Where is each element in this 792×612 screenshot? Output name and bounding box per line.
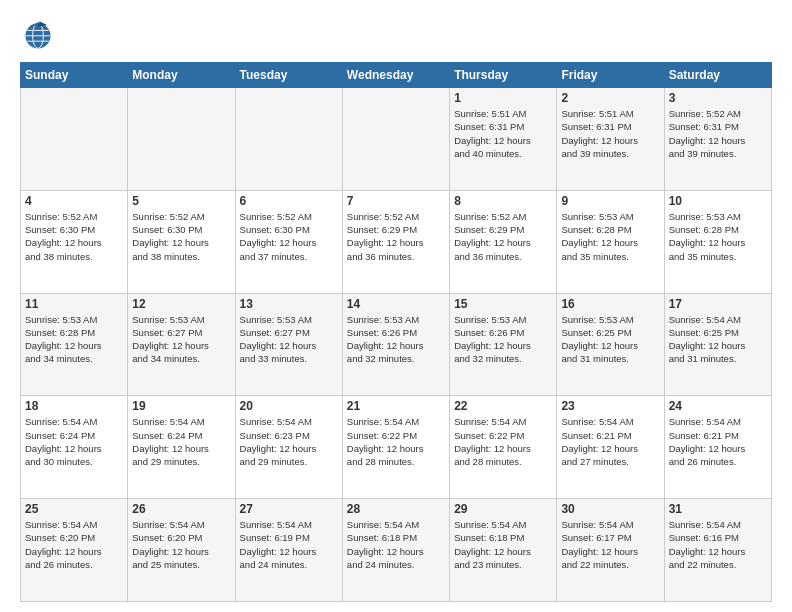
day-number: 1: [454, 91, 552, 105]
calendar-cell: 12Sunrise: 5:53 AM Sunset: 6:27 PM Dayli…: [128, 293, 235, 396]
day-info: Sunrise: 5:53 AM Sunset: 6:28 PM Dayligh…: [25, 313, 123, 366]
day-header-tuesday: Tuesday: [235, 63, 342, 88]
day-header-sunday: Sunday: [21, 63, 128, 88]
calendar-cell: 3Sunrise: 5:52 AM Sunset: 6:31 PM Daylig…: [664, 88, 771, 191]
day-number: 14: [347, 297, 445, 311]
calendar-cell: [342, 88, 449, 191]
day-number: 23: [561, 399, 659, 413]
calendar-cell: 7Sunrise: 5:52 AM Sunset: 6:29 PM Daylig…: [342, 190, 449, 293]
logo-icon: [20, 16, 56, 52]
calendar-cell: 6Sunrise: 5:52 AM Sunset: 6:30 PM Daylig…: [235, 190, 342, 293]
day-number: 12: [132, 297, 230, 311]
calendar-cell: 1Sunrise: 5:51 AM Sunset: 6:31 PM Daylig…: [450, 88, 557, 191]
calendar-cell: 13Sunrise: 5:53 AM Sunset: 6:27 PM Dayli…: [235, 293, 342, 396]
day-info: Sunrise: 5:53 AM Sunset: 6:27 PM Dayligh…: [132, 313, 230, 366]
day-info: Sunrise: 5:52 AM Sunset: 6:31 PM Dayligh…: [669, 107, 767, 160]
calendar-cell: 30Sunrise: 5:54 AM Sunset: 6:17 PM Dayli…: [557, 499, 664, 602]
calendar-week-row: 18Sunrise: 5:54 AM Sunset: 6:24 PM Dayli…: [21, 396, 772, 499]
calendar-cell: [21, 88, 128, 191]
day-number: 9: [561, 194, 659, 208]
day-number: 6: [240, 194, 338, 208]
day-info: Sunrise: 5:51 AM Sunset: 6:31 PM Dayligh…: [454, 107, 552, 160]
calendar-cell: 28Sunrise: 5:54 AM Sunset: 6:18 PM Dayli…: [342, 499, 449, 602]
calendar-cell: 9Sunrise: 5:53 AM Sunset: 6:28 PM Daylig…: [557, 190, 664, 293]
calendar-cell: 8Sunrise: 5:52 AM Sunset: 6:29 PM Daylig…: [450, 190, 557, 293]
day-info: Sunrise: 5:53 AM Sunset: 6:27 PM Dayligh…: [240, 313, 338, 366]
day-info: Sunrise: 5:53 AM Sunset: 6:25 PM Dayligh…: [561, 313, 659, 366]
day-number: 5: [132, 194, 230, 208]
calendar-cell: 17Sunrise: 5:54 AM Sunset: 6:25 PM Dayli…: [664, 293, 771, 396]
day-info: Sunrise: 5:54 AM Sunset: 6:21 PM Dayligh…: [561, 415, 659, 468]
calendar-week-row: 1Sunrise: 5:51 AM Sunset: 6:31 PM Daylig…: [21, 88, 772, 191]
day-header-wednesday: Wednesday: [342, 63, 449, 88]
calendar-week-row: 11Sunrise: 5:53 AM Sunset: 6:28 PM Dayli…: [21, 293, 772, 396]
day-number: 26: [132, 502, 230, 516]
day-info: Sunrise: 5:52 AM Sunset: 6:29 PM Dayligh…: [347, 210, 445, 263]
day-info: Sunrise: 5:52 AM Sunset: 6:29 PM Dayligh…: [454, 210, 552, 263]
day-number: 7: [347, 194, 445, 208]
day-info: Sunrise: 5:53 AM Sunset: 6:28 PM Dayligh…: [561, 210, 659, 263]
calendar-cell: 19Sunrise: 5:54 AM Sunset: 6:24 PM Dayli…: [128, 396, 235, 499]
calendar-cell: [128, 88, 235, 191]
calendar-cell: 21Sunrise: 5:54 AM Sunset: 6:22 PM Dayli…: [342, 396, 449, 499]
calendar-cell: 10Sunrise: 5:53 AM Sunset: 6:28 PM Dayli…: [664, 190, 771, 293]
day-number: 24: [669, 399, 767, 413]
day-info: Sunrise: 5:54 AM Sunset: 6:16 PM Dayligh…: [669, 518, 767, 571]
calendar-cell: 23Sunrise: 5:54 AM Sunset: 6:21 PM Dayli…: [557, 396, 664, 499]
calendar-cell: 18Sunrise: 5:54 AM Sunset: 6:24 PM Dayli…: [21, 396, 128, 499]
calendar-cell: 25Sunrise: 5:54 AM Sunset: 6:20 PM Dayli…: [21, 499, 128, 602]
day-number: 11: [25, 297, 123, 311]
day-header-friday: Friday: [557, 63, 664, 88]
day-info: Sunrise: 5:53 AM Sunset: 6:28 PM Dayligh…: [669, 210, 767, 263]
day-number: 3: [669, 91, 767, 105]
day-info: Sunrise: 5:52 AM Sunset: 6:30 PM Dayligh…: [240, 210, 338, 263]
day-number: 31: [669, 502, 767, 516]
calendar-cell: 11Sunrise: 5:53 AM Sunset: 6:28 PM Dayli…: [21, 293, 128, 396]
calendar-cell: 20Sunrise: 5:54 AM Sunset: 6:23 PM Dayli…: [235, 396, 342, 499]
day-info: Sunrise: 5:54 AM Sunset: 6:25 PM Dayligh…: [669, 313, 767, 366]
day-info: Sunrise: 5:54 AM Sunset: 6:21 PM Dayligh…: [669, 415, 767, 468]
day-number: 16: [561, 297, 659, 311]
day-number: 19: [132, 399, 230, 413]
calendar-cell: 4Sunrise: 5:52 AM Sunset: 6:30 PM Daylig…: [21, 190, 128, 293]
page: SundayMondayTuesdayWednesdayThursdayFrid…: [0, 0, 792, 612]
day-info: Sunrise: 5:51 AM Sunset: 6:31 PM Dayligh…: [561, 107, 659, 160]
logo: [20, 16, 60, 52]
day-info: Sunrise: 5:54 AM Sunset: 6:24 PM Dayligh…: [132, 415, 230, 468]
day-number: 21: [347, 399, 445, 413]
calendar-cell: 22Sunrise: 5:54 AM Sunset: 6:22 PM Dayli…: [450, 396, 557, 499]
day-number: 18: [25, 399, 123, 413]
day-number: 29: [454, 502, 552, 516]
day-number: 4: [25, 194, 123, 208]
calendar-cell: 24Sunrise: 5:54 AM Sunset: 6:21 PM Dayli…: [664, 396, 771, 499]
calendar-body: 1Sunrise: 5:51 AM Sunset: 6:31 PM Daylig…: [21, 88, 772, 602]
day-number: 15: [454, 297, 552, 311]
day-header-thursday: Thursday: [450, 63, 557, 88]
calendar-header-row: SundayMondayTuesdayWednesdayThursdayFrid…: [21, 63, 772, 88]
calendar-cell: 26Sunrise: 5:54 AM Sunset: 6:20 PM Dayli…: [128, 499, 235, 602]
day-number: 2: [561, 91, 659, 105]
header: [20, 16, 772, 52]
day-number: 28: [347, 502, 445, 516]
day-number: 8: [454, 194, 552, 208]
day-number: 25: [25, 502, 123, 516]
calendar-week-row: 25Sunrise: 5:54 AM Sunset: 6:20 PM Dayli…: [21, 499, 772, 602]
day-info: Sunrise: 5:52 AM Sunset: 6:30 PM Dayligh…: [132, 210, 230, 263]
day-info: Sunrise: 5:53 AM Sunset: 6:26 PM Dayligh…: [347, 313, 445, 366]
calendar-cell: 29Sunrise: 5:54 AM Sunset: 6:18 PM Dayli…: [450, 499, 557, 602]
calendar-cell: 15Sunrise: 5:53 AM Sunset: 6:26 PM Dayli…: [450, 293, 557, 396]
day-info: Sunrise: 5:54 AM Sunset: 6:19 PM Dayligh…: [240, 518, 338, 571]
calendar-cell: 31Sunrise: 5:54 AM Sunset: 6:16 PM Dayli…: [664, 499, 771, 602]
day-info: Sunrise: 5:54 AM Sunset: 6:17 PM Dayligh…: [561, 518, 659, 571]
day-info: Sunrise: 5:54 AM Sunset: 6:23 PM Dayligh…: [240, 415, 338, 468]
calendar-cell: 14Sunrise: 5:53 AM Sunset: 6:26 PM Dayli…: [342, 293, 449, 396]
day-header-saturday: Saturday: [664, 63, 771, 88]
calendar-table: SundayMondayTuesdayWednesdayThursdayFrid…: [20, 62, 772, 602]
calendar-cell: 5Sunrise: 5:52 AM Sunset: 6:30 PM Daylig…: [128, 190, 235, 293]
day-info: Sunrise: 5:52 AM Sunset: 6:30 PM Dayligh…: [25, 210, 123, 263]
day-info: Sunrise: 5:53 AM Sunset: 6:26 PM Dayligh…: [454, 313, 552, 366]
day-number: 13: [240, 297, 338, 311]
day-number: 30: [561, 502, 659, 516]
calendar-week-row: 4Sunrise: 5:52 AM Sunset: 6:30 PM Daylig…: [21, 190, 772, 293]
calendar-cell: 2Sunrise: 5:51 AM Sunset: 6:31 PM Daylig…: [557, 88, 664, 191]
